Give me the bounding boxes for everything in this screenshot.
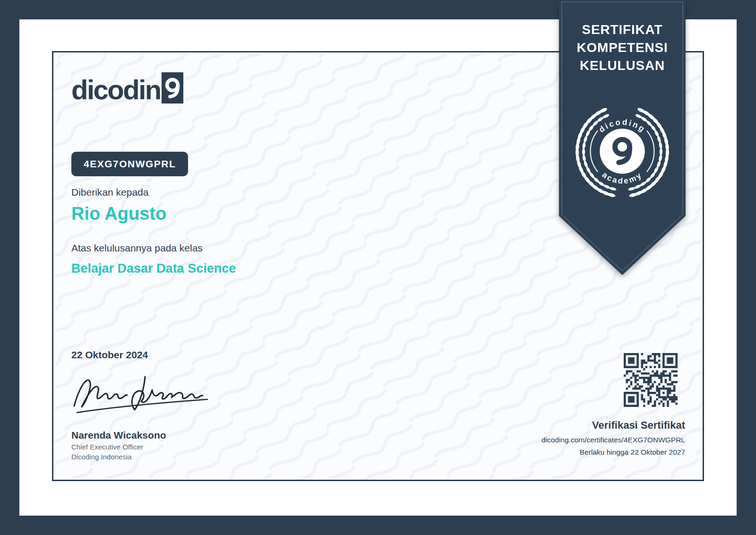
ribbon-banner: SERTIFIKAT KOMPETENSI KELULUSAN dicoding… [559, 0, 686, 275]
signer-title: Chief Executive Officer [71, 443, 166, 451]
logo-wordmark: dicodin [71, 76, 161, 104]
dicoding-logo: dicodin [71, 72, 183, 104]
ribbon-title-line-3: KELULUSAN [559, 57, 686, 75]
recipient-name: Rio Agusto [71, 204, 166, 224]
signer-name: Narenda Wicaksono [71, 430, 166, 441]
signer-block: Narenda Wicaksono Chief Executive Office… [71, 430, 166, 461]
signer-organization: Dicoding Indonesia [71, 453, 166, 461]
certificate-code-badge: 4EXG7ONWGPRL [71, 152, 188, 176]
laurel-wreath-icon: dicoding academy [569, 98, 675, 204]
issue-date: 22 Oktober 2024 [71, 349, 148, 361]
certificate-page: dicodin 4EXG7ONWGPRL Diberikan kepada Ri… [0, 0, 756, 535]
dicoding-g-icon [162, 72, 183, 104]
signature-icon [69, 364, 211, 420]
validity-text: Berlaku hingga 22 Oktober 2027 [487, 448, 685, 457]
ribbon-title-line-1: SERTIFIKAT [559, 21, 686, 39]
verification-block: Verifikasi Sertifikat dicoding.com/certi… [487, 353, 685, 457]
badge-center-circle [600, 129, 644, 173]
given-to-label: Diberikan kepada [71, 187, 148, 198]
ribbon-title: SERTIFIKAT KOMPETENSI KELULUSAN [559, 21, 686, 75]
course-title: Belajar Dasar Data Science [71, 261, 236, 276]
ribbon-title-line-2: KOMPETENSI [559, 39, 686, 57]
verification-url[interactable]: dicoding.com/certificates/4EXG7ONWGPRL [487, 436, 685, 444]
qr-code-icon [624, 353, 678, 409]
verification-heading: Verifikasi Sertifikat [487, 419, 685, 431]
course-label: Atas kelulusannya pada kelas [71, 242, 203, 254]
